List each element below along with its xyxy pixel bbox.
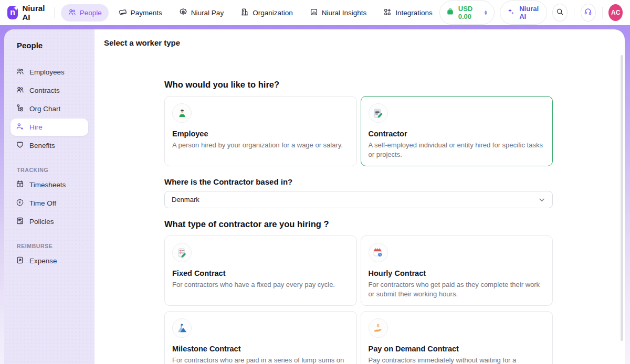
contract-card-description: For contractors who have a fixed pay eve… <box>172 280 349 290</box>
pay-on-demand-hand-icon: $ <box>369 318 388 338</box>
sidebar-main-group: Employees Contracts <box>4 63 94 154</box>
sidebar-item-employees[interactable]: Employees <box>10 63 88 81</box>
nav-item-label: Niural Pay <box>191 9 224 17</box>
employees-icon <box>16 67 24 77</box>
main-scrollbar[interactable] <box>621 55 623 341</box>
topbar: n✦ Niural AI People <box>0 0 630 25</box>
nav-item-people[interactable]: People <box>61 4 109 22</box>
nav-item-label: Organization <box>253 9 293 17</box>
contract-card-milestone[interactable]: Milestone Contract For contractors who a… <box>164 311 357 364</box>
sidebar-item-label: Hire <box>29 123 43 131</box>
nav-item-label: Payments <box>131 9 162 17</box>
hourly-calendar-clock-icon <box>369 243 388 262</box>
contracts-icon <box>16 85 24 95</box>
search-icon <box>556 8 564 18</box>
sidebar-section-tracking: TRACKING <box>17 167 94 173</box>
svg-text:$: $ <box>377 323 380 328</box>
niural-logo-icon: n✦ <box>7 6 18 19</box>
heart-icon <box>16 141 24 151</box>
insights-chart-icon <box>310 8 318 18</box>
contract-card-title: Fixed Contract <box>172 269 349 277</box>
contract-type-cards: Fixed Contract For contractors who have … <box>164 235 553 364</box>
country-select[interactable]: Denmark <box>164 191 553 208</box>
policy-doc-icon <box>16 217 24 227</box>
sidebar-item-timesheets[interactable]: Timesheets <box>10 176 88 194</box>
sidebar-item-label: Employees <box>29 68 65 76</box>
sidebar: People Employees Contract <box>4 29 94 364</box>
page-title: Select a worker type <box>94 29 625 47</box>
sidebar-item-label: Benefits <box>29 142 55 149</box>
chevron-down-icon <box>538 196 545 204</box>
nav-item-niural-insights[interactable]: Niural Insights <box>303 4 374 22</box>
sidebar-item-label: Org Chart <box>29 105 60 113</box>
building-icon <box>240 8 249 18</box>
topbar-right: USD 0.00 ▲▼ Niural AI <box>439 1 623 25</box>
nav-item-niural-pay[interactable]: Niural Pay <box>172 4 230 22</box>
sidebar-item-time-off[interactable]: Time Off <box>10 195 88 212</box>
contract-card-title: Pay on Demand Contract <box>369 345 545 353</box>
worker-type-cards: Employee A person hired by your organiza… <box>164 96 553 166</box>
employee-person-icon <box>172 103 192 123</box>
nav-item-label: Integrations <box>395 9 433 17</box>
contractor-memo-icon <box>369 103 388 123</box>
contract-card-description: For contractors who get paid as they com… <box>369 280 545 298</box>
divider <box>602 7 603 18</box>
contract-question-heading: What type of contractor are you hiring ? <box>164 219 553 229</box>
primary-nav: People Payments Niural P <box>61 4 439 22</box>
sidebar-item-org-chart[interactable]: Org Chart <box>10 100 88 117</box>
sparkles-icon <box>507 7 515 18</box>
main-panel: Select a worker type Who would you like … <box>94 29 625 364</box>
worker-question-heading: Who would you like to hire? <box>164 80 553 90</box>
sidebar-item-benefits[interactable]: Benefits <box>10 137 88 154</box>
sidebar-title: People <box>4 29 94 50</box>
clock-icon <box>16 198 24 208</box>
currency-selector[interactable]: USD 0.00 ▲▼ <box>439 1 495 25</box>
sidebar-item-label: Timesheets <box>29 181 66 189</box>
brand[interactable]: n✦ Niural AI <box>7 4 48 22</box>
sidebar-item-hire[interactable]: Hire <box>10 119 88 136</box>
calendar-icon <box>16 180 24 190</box>
nav-item-integrations[interactable]: Integrations <box>376 4 439 22</box>
sidebar-item-contracts[interactable]: Contracts <box>10 82 88 99</box>
worker-card-contractor[interactable]: Contractor A self-employed individual or… <box>361 96 553 166</box>
app-root: n✦ Niural AI People <box>0 0 630 364</box>
worker-card-description: A self-employed individual or entity hir… <box>369 141 545 159</box>
brand-name: Niural AI <box>22 4 48 22</box>
org-chart-icon <box>16 104 24 114</box>
sidebar-item-label: Expense <box>29 257 57 265</box>
contract-card-description: For contractors who are paid in a series… <box>172 356 349 364</box>
country-select-value: Denmark <box>172 196 200 204</box>
nav-item-label: People <box>80 9 102 17</box>
nav-item-label: Niural Insights <box>322 9 367 17</box>
user-avatar[interactable]: AC <box>608 4 623 21</box>
sidebar-item-label: Time Off <box>29 199 56 207</box>
nav-item-organization[interactable]: Organization <box>234 4 300 22</box>
money-bag-icon <box>446 8 454 18</box>
location-question-label: Where is the Contractor based in? <box>164 177 553 186</box>
worker-card-title: Employee <box>172 130 349 138</box>
contract-card-title: Hourly Contract <box>369 269 545 277</box>
contract-card-description: Pay contractors immediately without wait… <box>369 356 545 364</box>
integrations-icon <box>383 8 392 18</box>
search-button[interactable] <box>552 4 568 22</box>
niural-ai-button[interactable]: Niural AI <box>500 1 547 25</box>
sidebar-item-policies[interactable]: Policies <box>10 213 88 230</box>
sidebar-item-label: Policies <box>29 218 54 226</box>
nav-item-payments[interactable]: Payments <box>112 4 169 22</box>
sidebar-item-expense[interactable]: Expense <box>10 252 88 270</box>
support-button[interactable] <box>581 4 596 22</box>
pay-shield-icon <box>179 8 187 18</box>
worker-card-description: A person hired by your organization for … <box>172 141 349 150</box>
currency-value: USD 0.00 <box>458 5 479 20</box>
contract-card-hourly[interactable]: Hourly Contract For contractors who get … <box>361 235 553 306</box>
people-icon <box>68 8 76 18</box>
headphones-icon <box>584 7 592 18</box>
contract-card-pay-on-demand[interactable]: $ Pay on Demand Contract Pay contractors… <box>361 311 553 364</box>
contract-card-fixed[interactable]: Fixed Contract For contractors who have … <box>164 235 357 306</box>
fixed-contract-checklist-icon <box>172 243 192 262</box>
contract-card-title: Milestone Contract <box>172 345 349 353</box>
worker-card-employee[interactable]: Employee A person hired by your organiza… <box>164 96 357 166</box>
chevron-updown-icon: ▲▼ <box>484 10 488 15</box>
divider <box>574 7 574 18</box>
worker-card-title: Contractor <box>369 130 545 138</box>
